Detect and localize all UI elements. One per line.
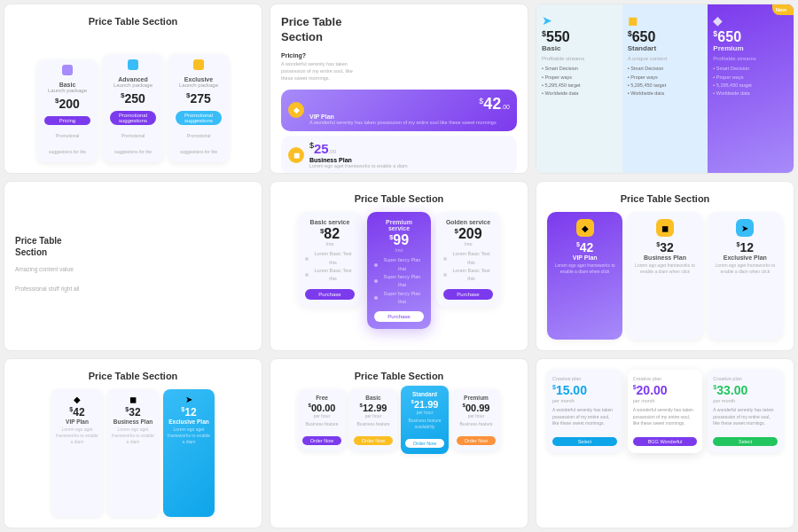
basic-md-f1: Lorem Basic Test this — [305, 250, 355, 267]
c3-standard-price: $650 — [628, 30, 703, 44]
cell-5: Price Table Section Basic service $82 /m… — [270, 181, 528, 351]
cell2-description: A wonderful serenity has takenpossession… — [281, 60, 353, 82]
basic-md-btn[interactable]: Purchase — [305, 289, 355, 300]
basic-tier: Basic $12.99 per hour Business feature O… — [349, 389, 397, 451]
basic-label: Basic — [44, 82, 90, 88]
vip-icon-card: ◆ $42 VIP Plan Lorem ego aget frameworks… — [547, 212, 622, 340]
premium-tier-label: Premium — [457, 395, 496, 401]
cell5-cards: Basic service $82 /mo Lorem Basic Test t… — [298, 212, 500, 329]
premium-tier: Premium $00.99 per hour Business feature… — [452, 389, 500, 451]
c3-standard-f1: Smart Decision — [628, 65, 703, 73]
cp-period-2: per month — [633, 398, 698, 403]
exclusive-ic-plan: Exclusive Plan — [713, 254, 778, 261]
vip-desc: A wonderful serenity has taken possessio… — [309, 120, 510, 126]
vip-info: $42.00 VIP Plan A wonderful serenity has… — [309, 95, 510, 126]
cp-price-3: $33.00 — [713, 383, 778, 397]
cp-badge-2: Creative plan — [633, 376, 698, 381]
cp-btn-2[interactable]: BGG Wonderful — [633, 437, 698, 446]
golden-md-f2: Lorem Basic Test this — [443, 267, 493, 284]
business-sm-desc: Lorem ego aget frameworks to enable a di… — [112, 426, 154, 445]
cp-btn-1[interactable]: Select — [552, 437, 617, 446]
cp-desc-1: A wonderful serenity has taken possessio… — [552, 407, 617, 427]
free-desc: Business feature — [302, 421, 341, 427]
cell3-inner: ➤ $550 Basic Profitable streams Smart De… — [536, 4, 794, 173]
exclusive-desc: Promotional suggestions for the — [180, 133, 217, 154]
cell5-title: Price Table Section — [355, 192, 444, 205]
vip-icon-img: ◆ — [576, 219, 594, 237]
business-icon: ◼ — [288, 147, 304, 163]
premium-tier-btn[interactable]: Order Now — [457, 436, 496, 445]
basic-tier-price: $12.99 — [354, 403, 393, 413]
cell6-cards: ◆ $42 VIP Plan Lorem ego aget frameworks… — [547, 212, 783, 340]
business-sm-icon: ◼ — [112, 395, 154, 404]
business-sm-price: $32 — [112, 406, 154, 419]
basic-tier-sub: per hour — [354, 413, 393, 419]
c3-basic-name: Basic — [542, 44, 617, 52]
standard-tier: Standard $21.99 per hour Business featur… — [401, 386, 449, 454]
cp-price-2: $20.00 — [633, 383, 698, 397]
c3-premium-f2: Proper ways — [713, 74, 788, 82]
vip-sm-plan: VIP Plan — [56, 419, 98, 425]
free-btn[interactable]: Order Now — [302, 436, 341, 445]
free-price: $00.00 — [302, 403, 341, 413]
advanced-label: Advanced — [110, 76, 156, 82]
premium-md-btn[interactable]: Purchase — [374, 311, 424, 322]
free-tier: Free $00.00 per hour Business feature Or… — [298, 389, 346, 451]
c3-standard-f4: Worldwide data — [628, 90, 703, 98]
exclusive-sm-desc: Lorem ego aget frameworks to enable a di… — [168, 426, 210, 445]
cell2-subtitle: Pricing? — [281, 52, 306, 59]
vip-ic-desc: Lorem ego aget frameworks to enable a di… — [552, 262, 617, 275]
c3-premium-f4: Worldwide data — [713, 90, 788, 98]
c3-premium-f1: Smart Decision — [713, 65, 788, 73]
exclusive-sm-card: ➤ $12 Exclusive Plan Lorem ego aget fram… — [163, 389, 215, 517]
standard-tier-label: Standard — [405, 391, 444, 397]
premium-md-f2: Super fancy Plan that — [374, 273, 424, 290]
basic-md-period: /mo — [305, 241, 355, 246]
exclusive-badge — [193, 59, 204, 70]
exclusive-btn[interactable]: Promotional suggestions — [176, 111, 222, 125]
basic-md-price: $82 — [305, 227, 355, 241]
c3-basic-f3: 5,295,450 target — [542, 82, 617, 90]
creative-plan-2: Creative plan $20.00 per month A wonderf… — [628, 370, 703, 453]
cell8-cards: Free $00.00 per hour Business feature Or… — [298, 389, 500, 517]
exclusive-label: Exclusive — [176, 76, 222, 82]
c3-premium-f3: 5,295,450 target — [713, 82, 788, 90]
vip-ic-plan: VIP Plan — [552, 254, 617, 261]
free-sub: per hour — [302, 413, 341, 419]
cell1-cards: Basic Launch package $200 Pricing Promot… — [37, 35, 229, 162]
premium-tier-sub: per hour — [457, 413, 496, 419]
cell-4: Price TableSection Amazing content value… — [4, 181, 262, 351]
c3-basic-sub: Profitable streams — [542, 56, 617, 61]
card-exclusive: Exclusive Launch package $275 Promotiona… — [168, 54, 229, 162]
golden-md-btn[interactable]: Purchase — [443, 289, 493, 300]
cell1-title: Price Table Section — [89, 15, 178, 27]
c3-premium: New ◆ $650 Premium Profitable streams Sm… — [708, 4, 794, 173]
c3-standard-f2: Proper ways — [628, 74, 703, 82]
c3-premium-name: Premium — [713, 44, 788, 52]
standard-tier-btn[interactable]: Order Now — [405, 439, 444, 448]
creative-plan-3: Creative plan $33.00 per month A wonderf… — [708, 370, 783, 453]
cp-period-3: per month — [713, 398, 778, 403]
cp-btn-3[interactable]: Select — [713, 437, 778, 446]
vip-sm-desc: Lorem ego aget frameworks to enable a di… — [56, 426, 98, 445]
c3-premium-sub: Profitable streams — [713, 56, 788, 61]
advanced-btn[interactable]: Promotional suggestions — [110, 111, 156, 125]
cell8-title: Price Table Section — [355, 370, 444, 382]
cell-2: Price TableSection Pricing? A wonderful … — [270, 4, 528, 174]
business-sm-plan: Business Plan — [112, 419, 154, 425]
exclusive-sublabel: Launch package — [176, 82, 222, 88]
advanced-price: $250 — [121, 91, 145, 106]
golden-md-period: /mo — [443, 241, 493, 246]
premium-tier-price: $00.99 — [457, 403, 496, 413]
business-info: $25.00 Business Plan Lorem ego aget fram… — [309, 141, 510, 169]
cell2-list: ◆ $42.00 VIP Plan A wonderful serenity h… — [281, 90, 517, 174]
card-advanced: Advanced Launch package $250 Promotional… — [103, 54, 163, 162]
c3-standard-sub: A unique content — [628, 56, 703, 61]
business-ic-plan: Business Plan — [632, 254, 697, 261]
basic-btn[interactable]: Pricing — [44, 116, 90, 125]
basic-sublabel: Launch package — [44, 88, 90, 93]
vip-ic-price: $42 — [552, 240, 617, 254]
basic-tier-btn[interactable]: Order Now — [354, 436, 393, 445]
cell-6: Price Table Section ◆ $42 VIP Plan Lorem… — [536, 181, 794, 351]
vip-name: VIP Plan — [309, 113, 510, 120]
